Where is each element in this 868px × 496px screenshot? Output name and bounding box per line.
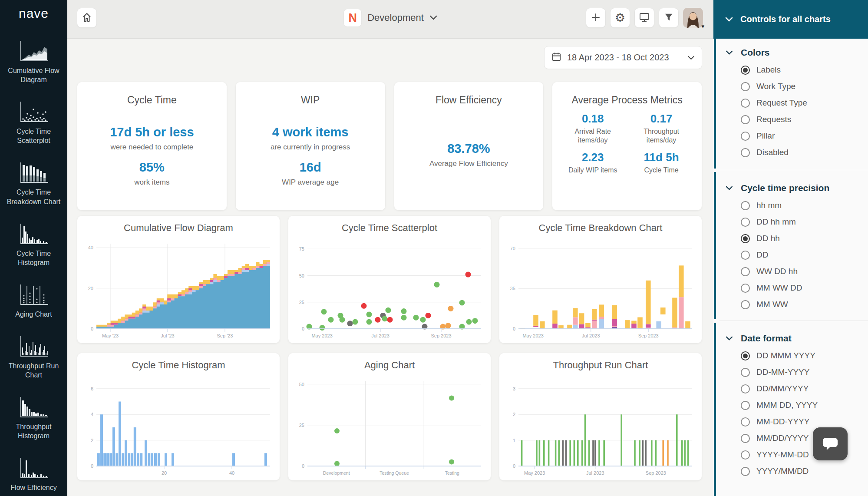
svg-text:50: 50 — [299, 273, 304, 278]
avatar[interactable]: ▾ — [683, 8, 703, 28]
section-header-date-format[interactable]: Date format — [713, 329, 868, 347]
filter-button[interactable] — [659, 8, 679, 28]
radio-option-mm-ww-dd[interactable]: MM WW DD — [713, 280, 868, 296]
section-title: Cycle time precision — [741, 183, 829, 193]
svg-text:May '23: May '23 — [102, 333, 119, 338]
sidebar-item-label: Aging Chart — [15, 310, 52, 319]
section-divider — [719, 321, 868, 321]
metric-card-flow-efficiency: Flow Efficiency 83.78% Average Flow Effi… — [394, 82, 544, 210]
avatar-caret-icon: ▾ — [701, 23, 704, 30]
metric-card-wip: WIP 4 work items are currently in progre… — [236, 82, 385, 210]
radio-option-mm-dd-yyyy[interactable]: MM-DD-YYYY — [713, 413, 868, 430]
radio-option-dd-hh[interactable]: DD hh — [713, 230, 868, 247]
radio-option-dd-mmm-yyyy[interactable]: DD MMM YYYY — [713, 347, 868, 364]
card-title: WIP — [236, 94, 385, 106]
metric-card-average-process-metrics: Average Process Metrics 0.18Arrival Rate… — [552, 82, 702, 210]
sidebar-item-label: Throughput Histogram — [1, 422, 66, 440]
plus-icon — [591, 12, 601, 24]
board-name: Development — [367, 12, 424, 23]
aging-chart-icon — [18, 283, 50, 307]
svg-text:May 2023: May 2023 — [524, 470, 545, 476]
radio-label: MM-DD-YYYY — [756, 417, 809, 427]
sidebar: nave Cumulative Flow DiagramCycle Time S… — [0, 0, 67, 496]
radio-option-disabled[interactable]: Disabled — [713, 144, 868, 161]
card-title: Flow Efficiency — [394, 94, 544, 106]
wip-age-value: 16d — [236, 160, 385, 175]
radio-option-dd[interactable]: DD — [713, 247, 868, 263]
controls-panel-title: Controls for all charts — [740, 14, 831, 24]
radio-icon — [741, 82, 750, 91]
sidebar-item-label: Cycle Time Histogram — [1, 249, 66, 267]
chart-title: Cumulative Flow Diagram — [82, 216, 275, 240]
radio-icon — [741, 434, 750, 443]
area-chart-icon — [18, 39, 50, 63]
sidebar-item-flow-efficiency[interactable]: Flow Efficiency — [1, 456, 66, 492]
radio-label: YYYY/MM/DD — [756, 466, 809, 476]
radio-option-mmm-dd-yyyy[interactable]: MMM DD, YYYY — [713, 397, 868, 413]
chart-card-cumulative-flow-diagram: Cumulative Flow Diagram02040May '23Jul '… — [77, 216, 280, 343]
controls-panel-header[interactable]: Controls for all charts — [713, 0, 868, 39]
chart-card-cycle-time-histogram: Cycle Time Histogram02462040 — [77, 353, 280, 480]
sidebar-item-throughput-run-chart[interactable]: Throughput Run Chart — [1, 334, 66, 380]
monitor-icon — [639, 12, 650, 24]
svg-text:Sep 2023: Sep 2023 — [431, 333, 451, 338]
radio-label: Labels — [756, 65, 781, 75]
radio-icon — [741, 251, 750, 260]
section-header-colors[interactable]: Colors — [713, 43, 868, 62]
radio-option-hh-mm[interactable]: hh mm — [713, 197, 868, 214]
sidebar-item-label: Throughput Run Chart — [1, 361, 66, 380]
radio-option-pillar[interactable]: Pillar — [713, 128, 868, 144]
chat-button[interactable] — [813, 427, 848, 460]
display-button[interactable] — [634, 8, 654, 28]
sidebar-item-label: Cumulative Flow Diagram — [1, 66, 66, 84]
chevron-down-icon — [725, 16, 733, 23]
svg-text:25: 25 — [299, 423, 304, 428]
flow-efficiency-caption: Average Flow Efficiency — [394, 159, 544, 168]
section-title: Date format — [741, 333, 792, 344]
sidebar-item-throughput-histogram[interactable]: Throughput Histogram — [1, 395, 66, 440]
sidebar-item-cycle-time-breakdown-chart[interactable]: Cycle Time Breakdown Chart — [1, 161, 66, 206]
svg-text:4: 4 — [91, 412, 93, 417]
cycle-time-value: 17d 5h or less — [77, 125, 227, 139]
radio-option-work-type[interactable]: Work Type — [713, 78, 868, 95]
chart-title: Cycle Time Histogram — [82, 353, 275, 377]
radio-option-request-type[interactable]: Request Type — [713, 95, 868, 111]
radio-option-dd-hh-mm[interactable]: DD hh mm — [713, 214, 868, 230]
radio-option-labels[interactable]: Labels — [713, 62, 868, 78]
radio-option-dd-mm-yyyy[interactable]: DD/MM/YYYY — [713, 380, 868, 397]
settings-button[interactable]: ⚙ — [610, 8, 630, 28]
board-selector[interactable]: N Development — [343, 9, 437, 27]
avg-metric-throughput-items-day: 0.17Throughput items/day — [627, 112, 696, 145]
section-title: Colors — [741, 47, 770, 58]
topbar-toolbar: ⚙ — [586, 8, 703, 28]
chart-card-cycle-time-scatterplot: Cycle Time Scatterplot0255075May 2023Jul… — [288, 216, 491, 343]
radio-icon — [741, 368, 750, 377]
radio-option-yyyy-mm-dd[interactable]: YYYY/MM/DD — [713, 463, 868, 479]
radio-option-dd-mm-yyyy[interactable]: DD-MM-YYYY — [713, 364, 868, 380]
radio-icon — [741, 201, 750, 210]
section-header-cycle-time-precision[interactable]: Cycle time precision — [713, 179, 868, 197]
radio-option-mm-ww[interactable]: MM WW — [713, 296, 868, 313]
chart-title: Cycle Time Breakdown Chart — [504, 216, 697, 240]
radio-icon — [741, 300, 750, 309]
svg-text:Sep 2023: Sep 2023 — [646, 470, 666, 476]
controls-panel: Controls for all charts ColorsLabelsWork… — [713, 0, 868, 496]
sidebar-item-cumulative-flow-diagram[interactable]: Cumulative Flow Diagram — [1, 39, 66, 84]
chevron-down-icon — [726, 49, 733, 56]
radio-label: DD-MM-YYYY — [756, 367, 809, 377]
sidebar-item-aging-chart[interactable]: Aging Chart — [1, 283, 66, 319]
radio-option-ww-dd-hh[interactable]: WW DD hh — [713, 263, 868, 280]
home-button[interactable] — [77, 8, 97, 28]
metric-label: Arrival Rate items/day — [558, 127, 627, 145]
svg-text:2: 2 — [513, 412, 515, 417]
svg-text:Sep '23: Sep '23 — [217, 333, 233, 338]
radio-icon — [741, 132, 750, 141]
metric-value: 2.23 — [558, 151, 627, 164]
sidebar-item-cycle-time-scatterplot[interactable]: Cycle Time Scatterplot — [1, 100, 66, 145]
date-range-picker[interactable]: 18 Apr 2023 - 18 Oct 2023 — [544, 46, 702, 69]
radio-label: MM WW — [756, 300, 788, 309]
sidebar-item-cycle-time-histogram[interactable]: Cycle Time Histogram — [1, 222, 66, 267]
radio-option-requests[interactable]: Requests — [713, 111, 868, 128]
add-button[interactable] — [586, 8, 606, 28]
svg-text:May 2023: May 2023 — [522, 333, 543, 338]
